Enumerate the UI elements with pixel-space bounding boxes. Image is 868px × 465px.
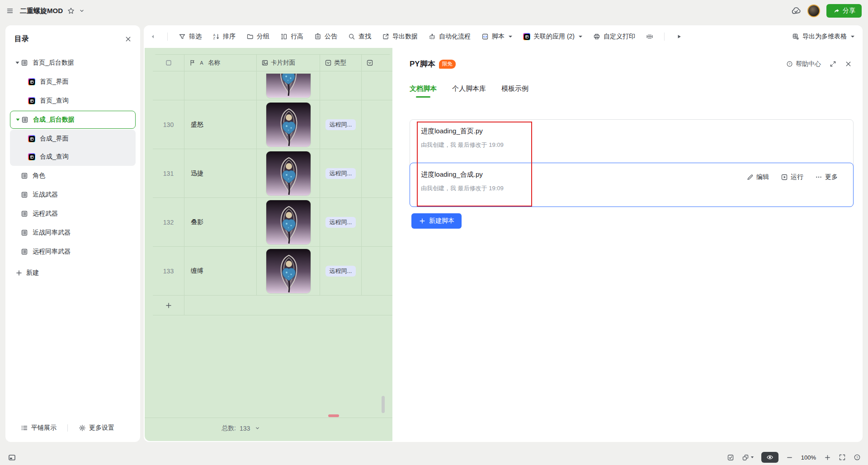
expand-caret-icon[interactable] [14,61,21,65]
sidebar-item-首页_界面[interactable]: 首页_界面 [10,73,136,91]
column-header-cover[interactable]: 卡片封面 [271,59,295,67]
export-base-icon [792,33,799,40]
document-title[interactable]: 二重螺旋MOD [20,7,63,15]
eye-icon [766,454,774,461]
app-dashboard-icon [28,78,35,85]
expand-caret-icon[interactable] [14,118,21,122]
toolbar-scroll-left-icon[interactable] [149,33,156,40]
sidebar-item-合成_后台数据[interactable]: 合成_后台数据 [10,111,136,129]
vertical-scrollbar[interactable] [382,396,385,413]
action-label: 更多 [825,173,838,181]
script-item[interactable]: 进度loading_首页.py 由我创建，我 最后修改于 19:09 [410,120,853,163]
card-cover-image[interactable] [266,249,311,294]
sidebar-item-近战武器[interactable]: 近战武器 [10,186,136,204]
toolbar-search-button[interactable]: 查找 [348,33,371,41]
help-center-button[interactable]: ? 帮助中心 [786,60,821,68]
title-chevron-down-icon[interactable] [78,7,85,14]
table-row[interactable]: 131 迅捷 远程同... [153,149,392,198]
close-panel-icon[interactable] [844,61,852,68]
sidebar-item-远程同率武器[interactable]: 远程同率武器 [10,243,136,261]
type-tag[interactable]: 远程同... [326,266,356,277]
avatar[interactable] [807,5,820,17]
toolbar-automation-button[interactable]: 自动化流程 [429,33,471,41]
group-icon [246,33,254,40]
tab-模板示例[interactable]: 模板示例 [501,85,528,98]
expand-panel-icon[interactable] [829,61,836,68]
star-icon[interactable] [67,7,75,14]
card-cover-image[interactable] [266,200,311,245]
assistant-help-icon[interactable]: ? [854,454,861,461]
scanflow-icon [646,33,653,40]
toolbar-expand-more-button[interactable] [675,33,683,40]
toolbar-announce-button[interactable]: 公告 [314,33,337,41]
add-row[interactable] [153,296,392,315]
column-header-name[interactable]: 名称 [208,59,220,67]
table-row[interactable]: 133 缠缚 远程同... [153,247,392,296]
script-item[interactable]: 进度loading_合成.py 由我创建，我 最后修改于 19:09 编辑运行更… [410,163,854,207]
horizontal-scrollbar[interactable] [328,414,339,417]
flat-view-button[interactable]: 平铺展示 [21,424,57,432]
script-action-run[interactable]: 运行 [781,173,803,181]
zoom-out-icon[interactable] [786,454,793,461]
type-tag[interactable]: 远程同... [326,217,356,228]
new-table-button[interactable]: 新建 [15,269,136,277]
sidebar-item-首页_查询[interactable]: 首页_查询 [10,92,136,110]
toolbar-script-button[interactable]: 脚本 [481,33,512,41]
sidebar-item-角色[interactable]: 角色 [10,167,136,185]
sidebar-item-合成_查询[interactable]: 合成_查询 [10,148,136,166]
toolbar-label: 行高 [291,33,303,41]
share-button[interactable]: 分享 [826,4,862,18]
table-header-row: A名称 卡片封面 类型 [153,54,392,71]
toolbar-filter-button[interactable]: 筛选 [179,33,202,41]
script-action-pencil[interactable]: 编辑 [746,173,769,181]
table-row-partial[interactable] [153,71,392,100]
card-cover-image[interactable] [266,73,311,99]
toolbar: 筛选AZ排序分组行高公告查找导出数据自动化流程脚本关联的应用 (2)自定义打印导… [144,25,863,48]
cell-name[interactable]: 叠影 [184,198,257,247]
cell-name[interactable]: 迅捷 [184,149,257,198]
sidebar-item-合成_界面[interactable]: 合成_界面 [10,130,136,148]
form-record-icon[interactable] [727,454,734,461]
card-cover-image[interactable] [266,102,311,147]
script-action-more[interactable]: 更多 [815,173,838,181]
table-row[interactable]: 132 叠影 远程同... [153,198,392,247]
cell-name[interactable]: 缠缚 [184,247,257,296]
cloud-synced-icon[interactable] [791,6,801,16]
toolbar-exportdata-button[interactable]: 导出数据 [382,33,418,41]
svg-text:A: A [200,60,203,66]
sidebar-item-首页_后台数据[interactable]: 首页_后台数据 [10,54,136,72]
select-all-checkbox-icon[interactable] [165,59,172,66]
cell-name[interactable]: 盛怒 [184,100,257,149]
new-script-button[interactable]: 新建脚本 [411,213,462,229]
total-chevron-icon[interactable] [254,425,261,432]
column-header-type[interactable]: 类型 [334,59,346,67]
toolbar-print-button[interactable]: 自定义打印 [593,33,635,41]
toolbar-label: 查找 [359,33,371,41]
toolbar-app-button[interactable]: 关联的应用 (2) [523,33,582,41]
hamburger-menu-icon[interactable] [6,7,14,14]
close-sidebar-icon[interactable] [124,35,132,43]
sidebar-item-label: 近战同率武器 [33,229,71,237]
zoom-level[interactable]: 100% [801,454,816,461]
collapse-sidebar-icon[interactable] [7,453,16,462]
fullscreen-icon[interactable] [839,454,846,461]
preview-eye-button[interactable] [761,452,778,463]
type-tag[interactable]: 远程同... [326,168,356,179]
toolbar-scanflow-button[interactable] [646,33,653,40]
sidebar-item-label: 合成_界面 [40,135,69,143]
widgets-dropdown[interactable] [742,454,754,461]
sidebar-item-远程武器[interactable]: 远程武器 [10,205,136,223]
toolbar-group-button[interactable]: 分组 [246,33,269,41]
sidebar-item-近战同率武器[interactable]: 近战同率武器 [10,224,136,242]
tab-文档脚本[interactable]: 文档脚本 [410,85,437,98]
more-settings-button[interactable]: 更多设置 [79,424,114,432]
toolbar-sort-button[interactable]: AZ排序 [212,33,236,41]
table-row[interactable]: 130 盛怒 远程同... [153,100,392,149]
card-cover-image[interactable] [266,151,311,196]
toolbar-rowheight-button[interactable]: 行高 [280,33,303,41]
zoom-in-icon[interactable] [824,454,831,461]
type-tag[interactable]: 远程同... [326,119,356,130]
sort-icon: AZ [212,33,220,40]
tab-个人脚本库[interactable]: 个人脚本库 [452,85,486,98]
export-base-button[interactable]: 导出为多维表格 [792,33,854,41]
